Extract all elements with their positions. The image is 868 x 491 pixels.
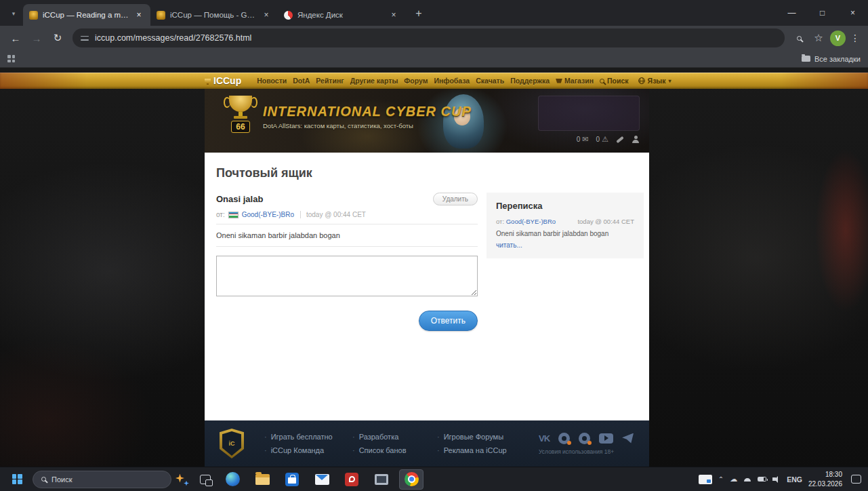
bookmark-star-icon[interactable]: ☆ <box>810 30 827 46</box>
profile-avatar[interactable]: V <box>830 31 846 46</box>
taskbar-vm-icon[interactable] <box>369 469 394 490</box>
from-label: от: <box>216 211 225 218</box>
taskbar-edge-icon[interactable] <box>220 469 245 490</box>
minimize-button[interactable]: — <box>777 0 807 26</box>
from-label: от: <box>496 218 504 225</box>
page-title: Почтовый ящик <box>216 166 644 180</box>
forward-button[interactable]: → <box>28 29 45 47</box>
tab-close-icon[interactable]: × <box>261 9 272 20</box>
thread-preview: Oneni sikaman barbir jalabdan bogan <box>496 230 634 237</box>
onedrive-cloud-icon[interactable]: ☁ <box>730 475 737 484</box>
reload-button[interactable]: ↻ <box>49 29 66 47</box>
tab-title: iCCup — Reading a message fr <box>43 11 129 19</box>
language-selector[interactable]: Язык ▾ <box>638 77 671 85</box>
footer-link-play-free[interactable]: Играть бесплатно <box>264 433 352 441</box>
task-view-button[interactable] <box>200 475 211 484</box>
reply-button[interactable]: Ответить <box>419 311 478 331</box>
nav-item-shop[interactable]: Магазин <box>556 77 594 85</box>
discord-icon[interactable] <box>558 433 570 444</box>
browser-tab-3[interactable]: Яндекс Диск × <box>278 4 405 26</box>
country-flag-icon <box>228 212 239 218</box>
thread-timestamp: today @ 00:44 CET <box>577 218 634 225</box>
footer-link-ban-list[interactable]: Список банов <box>352 446 437 454</box>
notification-center-icon[interactable] <box>851 475 861 484</box>
maximize-button[interactable]: □ <box>807 0 838 26</box>
search-icon <box>41 477 46 482</box>
all-bookmarks-button[interactable]: Все закладки <box>802 55 861 63</box>
nav-item-rating[interactable]: Рейтинг <box>316 77 344 85</box>
tab-title: Яндекс Диск <box>297 11 384 19</box>
badge-number: 66 <box>231 121 249 133</box>
terms-link[interactable]: Условия использования 18+ <box>539 448 614 455</box>
nav-item-forum[interactable]: Форум <box>404 77 428 85</box>
steam-icon[interactable] <box>579 433 590 444</box>
telegram-icon[interactable] <box>622 433 634 444</box>
hidden-icons-chevron[interactable]: ⌃ <box>718 475 724 483</box>
footer-link-iccup-team[interactable]: iCCup Команда <box>264 446 352 454</box>
read-more-link[interactable]: читать... <box>496 241 522 249</box>
footer-link-game-forums[interactable]: Игровые Форумы <box>437 433 539 441</box>
tab-close-icon[interactable]: × <box>388 9 399 20</box>
site-search-button[interactable]: Поиск <box>600 77 629 85</box>
taskbar-clock[interactable]: 18:30 22.03.2026 <box>808 470 842 488</box>
nav-item-infobase[interactable]: Инфобаза <box>434 77 470 85</box>
delete-button[interactable]: Удалить <box>433 193 478 205</box>
iccup-logo[interactable]: ICCup <box>205 75 241 86</box>
touch-keyboard-icon[interactable] <box>699 475 712 484</box>
mail-counter[interactable]: 0 ✉ <box>577 135 589 144</box>
tab-search-button[interactable]: ▾ <box>5 5 22 22</box>
battery-icon[interactable] <box>758 477 766 482</box>
reply-textarea[interactable] <box>216 256 478 296</box>
taskbar-file-explorer-icon[interactable] <box>250 469 274 490</box>
trophy-icon <box>205 79 211 83</box>
close-button[interactable]: × <box>838 0 868 26</box>
taskbar-store-icon[interactable] <box>280 469 304 490</box>
browser-menu-icon[interactable]: ⋮ <box>849 33 861 43</box>
url-text[interactable]: iccup.com/messages/read/27682576.html <box>95 33 251 43</box>
time-text: 18:30 <box>808 470 842 479</box>
youtube-icon[interactable] <box>599 433 613 444</box>
footer-link-development[interactable]: Разработка <box>352 433 437 441</box>
browser-tab-1[interactable]: iCCup — Reading a message fr × <box>23 4 150 26</box>
iccup-favicon <box>29 11 38 20</box>
copilot-sparkle-icon[interactable] <box>173 471 190 488</box>
warning-icon: ⚠ <box>602 135 608 144</box>
sender-link[interactable]: Good(-BYE-)BRo <box>242 211 294 218</box>
nav-item-other-maps[interactable]: Другие карты <box>350 77 398 85</box>
nav-item-news[interactable]: Новости <box>257 77 287 85</box>
taskbar-pdf-icon[interactable] <box>339 469 364 490</box>
nav-item-support[interactable]: Поддержка <box>510 77 550 85</box>
taskbar-mail-icon[interactable] <box>310 469 334 490</box>
profile-icon[interactable] <box>632 136 640 143</box>
taskbar-search-label: Поиск <box>51 475 72 484</box>
site-banner: 66 INTERNATIONAL CYBER CUP DotA AllStars… <box>205 89 649 153</box>
notification-badge <box>567 441 571 445</box>
taskbar-search[interactable]: Поиск <box>33 471 171 488</box>
windows-logo-icon <box>12 474 22 484</box>
new-tab-button[interactable]: + <box>411 5 427 22</box>
nav-item-download[interactable]: Скачать <box>476 77 504 85</box>
zoom-icon[interactable] <box>791 30 807 46</box>
footer-link-advertising[interactable]: Реклама на iCCup <box>437 446 539 454</box>
address-bar[interactable]: iccup.com/messages/read/27682576.html <box>73 28 785 47</box>
taskbar: Поиск ⌃ ☁ ENG 18:30 22.03.2026 <box>0 467 868 491</box>
warning-counter[interactable]: 0 ⚠ <box>596 135 608 144</box>
screen: ▾ iCCup — Reading a message fr × iCCup —… <box>0 0 868 491</box>
browser-tab-2[interactable]: iCCup — Помощь - Good(-BYE × <box>150 4 278 26</box>
settings-wrench-icon[interactable] <box>616 136 624 143</box>
sender-link[interactable]: Good(-BYE-)BRo <box>506 218 556 225</box>
back-button[interactable]: ← <box>7 29 24 47</box>
site-footer: iC Играть бесплатно Разработка Игровые Ф… <box>205 420 649 467</box>
start-button[interactable] <box>7 469 27 490</box>
site-info-icon[interactable] <box>81 35 89 42</box>
nav-item-dota[interactable]: DotA <box>293 77 310 85</box>
tab-close-icon[interactable]: × <box>133 9 144 20</box>
system-tray: ⌃ ☁ ENG 18:30 22.03.2026 <box>699 470 861 488</box>
apps-grid-icon[interactable] <box>7 55 15 62</box>
volume-icon[interactable] <box>772 476 781 483</box>
taskbar-chrome-icon[interactable] <box>399 469 423 490</box>
vk-icon[interactable]: VK <box>539 433 550 444</box>
message-body: Oneni sikaman barbir jalabdan bogan <box>216 224 478 247</box>
language-indicator[interactable]: ENG <box>787 475 802 484</box>
wifi-icon[interactable] <box>743 477 751 482</box>
